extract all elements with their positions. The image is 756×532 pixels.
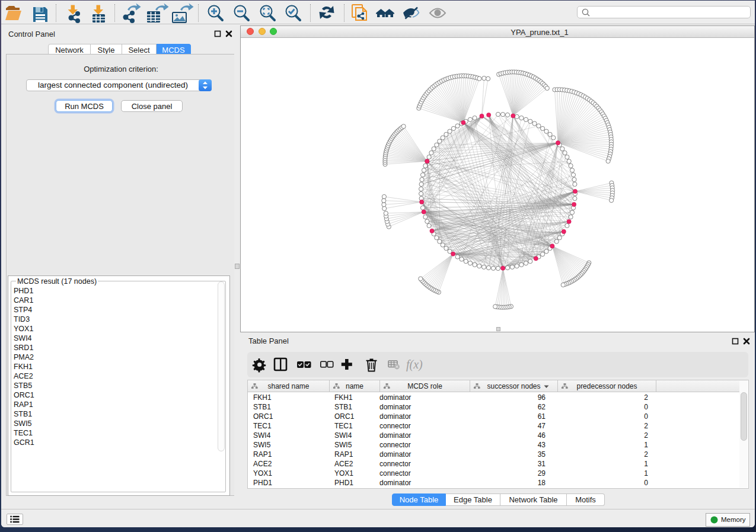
svg-text:f(x): f(x) xyxy=(406,358,423,371)
